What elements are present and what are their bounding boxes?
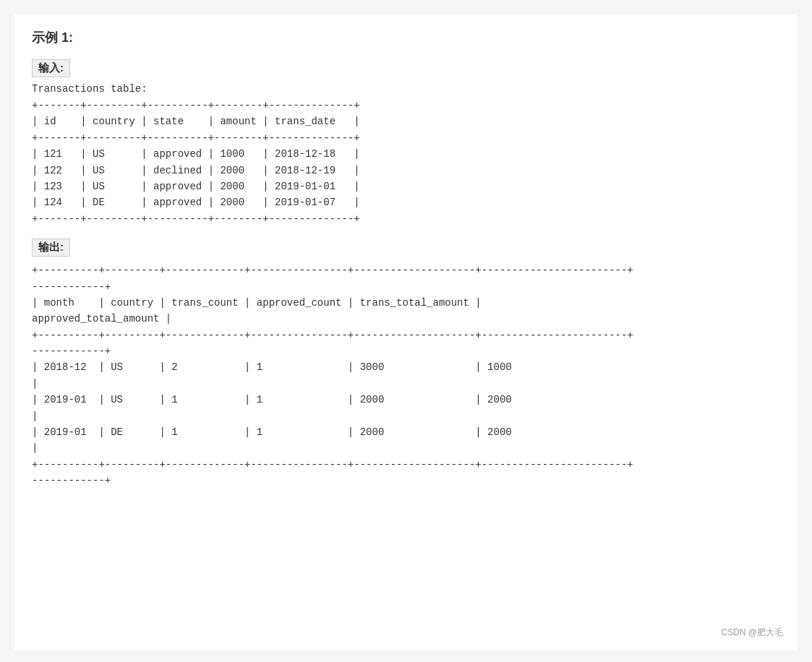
input-table: +-------+---------+----------+--------+-…: [32, 98, 780, 227]
example-title: 示例 1:: [32, 29, 780, 46]
output-table: +----------+---------+-------------+----…: [32, 262, 780, 489]
output-section: 输出: +----------+---------+-------------+…: [32, 238, 780, 489]
page-container: 示例 1: 输入: Transactions table: +-------+-…: [14, 14, 798, 650]
footer-text: CSDN @肥大毛: [721, 627, 783, 639]
output-label: 输出:: [32, 238, 70, 257]
input-section: 输入: Transactions table: +-------+-------…: [32, 59, 780, 227]
table-intro: Transactions table:: [32, 83, 780, 95]
input-label: 输入:: [32, 59, 70, 77]
